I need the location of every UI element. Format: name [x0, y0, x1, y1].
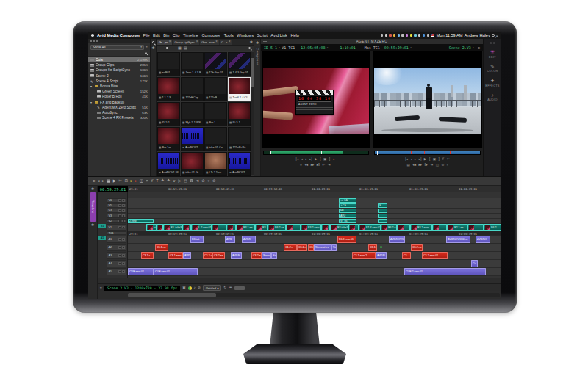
zoom-dots[interactable]: •••: [229, 286, 232, 290]
status-icon-1[interactable]: [385, 34, 387, 36]
bin-filter-dropdown[interactable]: Show All ▾: [90, 45, 144, 50]
track-header-a4[interactable]: A4: [107, 260, 126, 267]
timeline-clip[interactable]: M5: [339, 209, 356, 213]
clip-thumbnail[interactable]: ▦Myk 5-1 WS: [181, 102, 204, 126]
clip-thumbnail[interactable]: ▦ID-5-1: [157, 102, 180, 126]
list-view-icon[interactable]: ▤: [184, 46, 187, 50]
clip-thumbnail[interactable]: ▦TurN.2-4 CU: [228, 77, 251, 101]
workspace-edit[interactable]: ✳EDIT: [489, 49, 496, 59]
timeline-clip[interactable]: Sierra.a: [262, 252, 271, 259]
timeline-clip[interactable]: CUE 2.new.01: [404, 268, 486, 275]
transport-button[interactable]: ◂◂: [412, 164, 416, 167]
record-position-bar[interactable]: [374, 151, 481, 155]
timeline-tool[interactable]: ◂: [98, 179, 100, 183]
timeline-tool[interactable]: ≛: [167, 179, 171, 183]
status-icon-10[interactable]: [423, 34, 425, 36]
composer-window-controls[interactable]: [263, 41, 267, 43]
transport-button[interactable]: ]: [439, 158, 440, 162]
timeline-clip[interactable]: Cu: [471, 260, 478, 267]
status-icon-5[interactable]: [401, 34, 404, 36]
timeline-clip[interactable]: C3-1.new: [168, 252, 183, 259]
timeline-clip[interactable]: B6-2.new.01: [337, 236, 356, 243]
transport-button[interactable]: ▫: [447, 164, 448, 167]
mic-icon[interactable]: ⊘: [198, 286, 201, 290]
lane-v2[interactable]: [128, 219, 501, 224]
clip-thumbnail[interactable]: ▦take.01.Consolid: [204, 127, 227, 151]
workspace-effects[interactable]: ✦EFFECTS: [485, 78, 499, 87]
menu-avid-link[interactable]: Avid Link: [270, 33, 287, 37]
timeline-clip-v1[interactable]: B3-: [255, 224, 268, 231]
timeline-clip[interactable]: C1-2.n: [284, 244, 297, 251]
duration-display[interactable]: 1:10:01: [340, 46, 356, 50]
bin-list-item[interactable]: Poker B Roll41K: [88, 94, 150, 99]
transport-button[interactable]: [: [320, 158, 320, 162]
transport-button[interactable]: ⊘: [442, 164, 445, 167]
timeline-clip-v1[interactable]: B3..take3.sy.01: [163, 224, 182, 231]
track-header-a2[interactable]: A2: [107, 244, 126, 251]
status-icon-4[interactable]: [398, 34, 400, 36]
clip-thumbnail[interactable]: ▦125aB: [204, 77, 227, 101]
timeline-clip[interactable]: C3-2.ne: [212, 252, 225, 259]
record-monitor[interactable]: [373, 51, 482, 148]
timeline-clip[interactable]: Sierra at co: [314, 244, 331, 251]
clip-thumbnail[interactable]: ▦125aRcRefinked.01: [228, 127, 251, 151]
bin-list-item[interactable]: Green Screen152K: [88, 89, 150, 94]
timeline-clip-v1[interactable]: [432, 224, 447, 231]
timeline-clip[interactable]: C3-1.r: [141, 252, 154, 259]
clip-thumbnail[interactable]: ▦12b.Grp.01: [204, 52, 227, 76]
bin-tab[interactable]: Group..iptSync×: [173, 40, 199, 45]
record-toggle[interactable]: [118, 204, 121, 206]
timeline-clip[interactable]: .st CA: [339, 198, 356, 203]
timeline-clip-v1[interactable]: B6-2.ne: [268, 224, 286, 231]
timeline-clip[interactable]: C3-: [308, 244, 314, 251]
timeline-clip-v1[interactable]: tak: [146, 224, 157, 231]
timeline-tool[interactable]: ⊠: [190, 179, 193, 183]
timeline-clip-v1[interactable]: B3-1.ne: [236, 224, 255, 231]
track-header-a5[interactable]: A5: [107, 268, 126, 275]
clip-thumbnail[interactable]: ≋AvidNOV1 06.new: [228, 152, 251, 176]
menu-composer[interactable]: Composer: [201, 33, 220, 37]
timeline-tool[interactable]: ◻: [184, 179, 187, 183]
timeline-clip[interactable]: S: [378, 203, 387, 208]
timeline-clip-v1[interactable]: L-2.new.01: [191, 224, 212, 231]
timeline-tool[interactable]: ×: [146, 179, 148, 183]
menu-clip[interactable]: Clip: [173, 33, 180, 37]
clip-thumbnail[interactable]: ≋AvidNOV1 6/10: [181, 127, 204, 151]
clip-thumbnail[interactable]: ▦Bar 1: [204, 102, 227, 126]
monitor-toggle[interactable]: [122, 220, 124, 222]
track-header-v1[interactable]: V1: [107, 224, 126, 231]
timeline-clip[interactable]: B3-tak: [190, 236, 204, 243]
source-patch-v1[interactable]: V1: [98, 224, 106, 228]
timeline-tool[interactable]: Y: [151, 179, 154, 183]
bin-tab[interactable]: C...s×: [220, 40, 232, 45]
track-header-tc1[interactable]: TC1: [107, 231, 126, 235]
clip-thumbnail[interactable]: ▦1-4.3.Grp.01: [228, 52, 251, 76]
timeline-ruler[interactable]: 29:0100:59:39:0100:59:49:0100:59:59:0101…: [128, 186, 501, 192]
record-toggle[interactable]: [118, 270, 121, 272]
monitor-toggle[interactable]: [122, 238, 124, 240]
transport-button[interactable]: ▸▸: [418, 164, 422, 167]
timeline-tool[interactable]: ∨: [173, 179, 176, 183]
menu-windows[interactable]: Windows: [237, 33, 254, 37]
timeline-clip[interactable]: VI_06: [339, 219, 356, 223]
timeline-tool[interactable]: ⊲: [196, 179, 199, 183]
menu-timeline[interactable]: Timeline: [183, 33, 198, 37]
timeline-clip[interactable]: C3-1.new.2: [352, 252, 376, 259]
menu-bin[interactable]: Bin: [163, 33, 169, 37]
timeline-clip-v1[interactable]: B3-take3: [330, 224, 348, 231]
timeline-tool[interactable]: ▦: [107, 179, 110, 183]
source-monitor[interactable]: 16 04 34 10 AGENT ZERO: [262, 51, 370, 148]
bin-list-item[interactable]: Scene 4 Script172K: [88, 79, 150, 84]
transport-button[interactable]: ◂: [410, 158, 412, 162]
bin-list-item[interactable]: Groups for ScriptSync186K: [88, 68, 150, 73]
bin-search-icon[interactable]: [145, 52, 147, 54]
zoom-slider[interactable]: [234, 286, 245, 290]
timeline-lanes[interactable]: 29:0100:59:39:0100:59:49:0100:59:59:0101…: [128, 192, 501, 278]
gutter-search-icon[interactable]: [152, 41, 154, 43]
lane-a4[interactable]: [128, 260, 501, 268]
status-icon-6[interactable]: [406, 34, 408, 36]
frame-view-icon[interactable]: ▦: [178, 46, 182, 50]
track-header-v5[interactable]: V5: [107, 203, 126, 208]
timeline-clip[interactable]: AVIDN: [231, 252, 242, 259]
transport-button[interactable]: ⇥: [328, 164, 331, 167]
